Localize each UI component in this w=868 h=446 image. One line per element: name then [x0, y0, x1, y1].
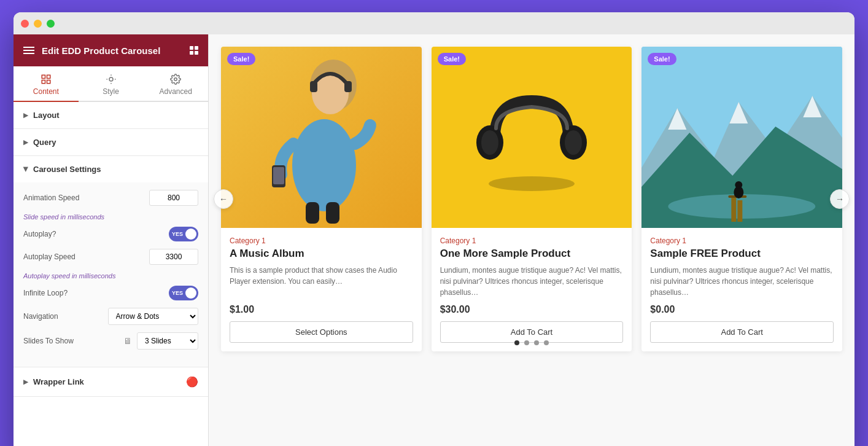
svg-rect-2 [42, 80, 45, 84]
svg-point-31 [735, 181, 743, 189]
dot-1[interactable] [514, 340, 519, 345]
maximize-button[interactable] [47, 20, 55, 28]
svg-point-4 [109, 77, 113, 81]
titlebar [14, 12, 854, 34]
product-info: Category 1 Sample FREE Product Lundium, … [641, 228, 842, 351]
accordion-wrapper-label: Wrapper Link [33, 377, 84, 386]
animation-speed-input[interactable] [149, 190, 198, 206]
svg-point-15 [489, 176, 575, 191]
sidebar-header: Edit EDD Product Carousel [14, 34, 208, 66]
svg-rect-0 [42, 75, 45, 78]
tab-style-label: Style [103, 87, 119, 96]
chevron-query-icon: ▶ [23, 139, 28, 146]
sidebar: Edit EDD Product Carousel Content Style … [14, 34, 209, 446]
product-image-music: Sale! [221, 47, 422, 228]
svg-rect-27 [732, 197, 737, 222]
chevron-wrapper-icon: ▶ [23, 378, 28, 385]
svg-rect-12 [273, 167, 284, 184]
animation-speed-label: Animation Speed [23, 194, 144, 202]
dot-3[interactable] [534, 340, 539, 345]
sale-badge: Sale! [648, 53, 676, 65]
product-title: Sample FREE Product [650, 248, 834, 260]
product-card: Sale! [641, 47, 842, 351]
svg-rect-14 [326, 202, 339, 224]
svg-rect-9 [344, 81, 352, 92]
svg-rect-1 [47, 75, 50, 78]
tab-style[interactable]: Style [79, 66, 144, 102]
slides-show-row: Slides To Show 🖥 1 Slide 2 Slides 3 Slid… [23, 332, 198, 350]
product-image-headphones: Sale! [432, 47, 632, 228]
accordion-query-header[interactable]: ▶ Query [14, 129, 208, 155]
app-body: Edit EDD Product Carousel Content Style … [14, 34, 854, 446]
cards-row: ← Sale! [221, 47, 842, 351]
prev-arrow[interactable]: ← [214, 189, 233, 209]
wrapper-link-icon: 🔴 [186, 376, 198, 388]
select-options-button[interactable]: Select Options [230, 321, 413, 343]
add-to-cart-button-2[interactable]: Add To Cart [650, 321, 834, 343]
sale-badge: Sale! [227, 53, 255, 65]
infinite-loop-toggle[interactable]: YES [169, 286, 198, 300]
autoplay-speed-hint: Autoplay speed in milliseconds [23, 272, 198, 280]
minimize-button[interactable] [34, 20, 42, 28]
autoplay-row: Autoplay? YES [23, 227, 198, 241]
infinite-loop-toggle-label: YES [172, 290, 183, 296]
chevron-layout-icon: ▶ [23, 112, 28, 119]
product-info: Category 1 A Music Album This is a sampl… [221, 228, 422, 351]
svg-rect-8 [310, 81, 317, 92]
accordion-carousel-label: Carousel Settings [33, 165, 101, 174]
accordion-carousel-header[interactable]: ▶ Carousel Settings [14, 156, 208, 182]
svg-point-5 [174, 78, 177, 81]
accordion-layout-header[interactable]: ▶ Layout [14, 102, 208, 128]
tab-advanced-label: Advanced [159, 87, 192, 96]
dot-2[interactable] [524, 340, 529, 345]
accordion-query: ▶ Query [14, 129, 208, 156]
grid-icon[interactable] [190, 46, 198, 55]
accordion-layout-label: Layout [33, 111, 60, 120]
autoplay-label: Autoplay? [23, 230, 164, 238]
product-card: Sale! [221, 47, 422, 351]
close-button[interactable] [21, 20, 29, 28]
carousel-wrapper: ← Sale! [221, 47, 842, 351]
autoplay-speed-label: Autoplay Speed [23, 252, 144, 261]
add-to-cart-button[interactable]: Add To Cart [440, 321, 624, 343]
product-category: Category 1 [650, 237, 834, 245]
slides-show-select[interactable]: 1 Slide 2 Slides 3 Slides 4 Slides 5 Sli… [137, 332, 198, 350]
hamburger-icon[interactable] [23, 47, 34, 54]
product-card: Sale! [432, 47, 632, 351]
product-description: This is a sample product that show cases… [230, 265, 413, 298]
autoplay-speed-row: Autoplay Speed [23, 249, 198, 265]
mountain-svg [641, 47, 842, 228]
autoplay-toggle-label: YES [172, 231, 183, 237]
accordion-wrapper-header[interactable]: ▶ Wrapper Link 🔴 [14, 367, 208, 396]
accordion-layout: ▶ Layout [14, 102, 208, 129]
tab-content-label: Content [33, 87, 59, 96]
accordion-query-label: Query [33, 138, 56, 147]
monitor-icon: 🖥 [123, 336, 132, 346]
tab-content[interactable]: Content [14, 66, 79, 102]
sidebar-tabs: Content Style Advanced [14, 66, 208, 102]
product-category: Category 1 [230, 237, 413, 245]
svg-rect-13 [306, 202, 319, 224]
next-arrow[interactable]: → [830, 189, 850, 209]
main-content: ← Sale! [209, 34, 854, 446]
animation-speed-row: Animation Speed [23, 190, 198, 206]
headphones-svg [470, 76, 593, 199]
svg-point-17 [481, 130, 498, 155]
product-title: A Music Album [230, 248, 413, 260]
accordion-carousel-settings: ▶ Carousel Settings Animation Speed Slid… [14, 156, 208, 367]
navigation-select[interactable]: Arrow & Dots Arrows Only Dots Only None [108, 308, 199, 325]
animation-speed-hint: Slide speed in milliseconds [23, 213, 198, 221]
dot-4[interactable] [544, 340, 549, 345]
tab-advanced[interactable]: Advanced [143, 66, 208, 102]
autoplay-toggle[interactable]: YES [169, 227, 198, 241]
navigation-row: Navigation Arrow & Dots Arrows Only Dots… [23, 308, 198, 325]
product-title: One More Sample Product [440, 248, 624, 260]
sidebar-title: Edit EDD Product Carousel [42, 45, 160, 56]
product-price: $1.00 [230, 304, 413, 315]
svg-point-10 [292, 119, 356, 211]
product-description: Lundium, montes augue tristique augue? A… [440, 265, 624, 298]
product-description: Lundium, montes augue tristique augue? A… [650, 265, 834, 298]
autoplay-speed-input[interactable] [149, 249, 198, 265]
navigation-label: Navigation [23, 312, 103, 321]
sale-badge: Sale! [438, 53, 466, 65]
